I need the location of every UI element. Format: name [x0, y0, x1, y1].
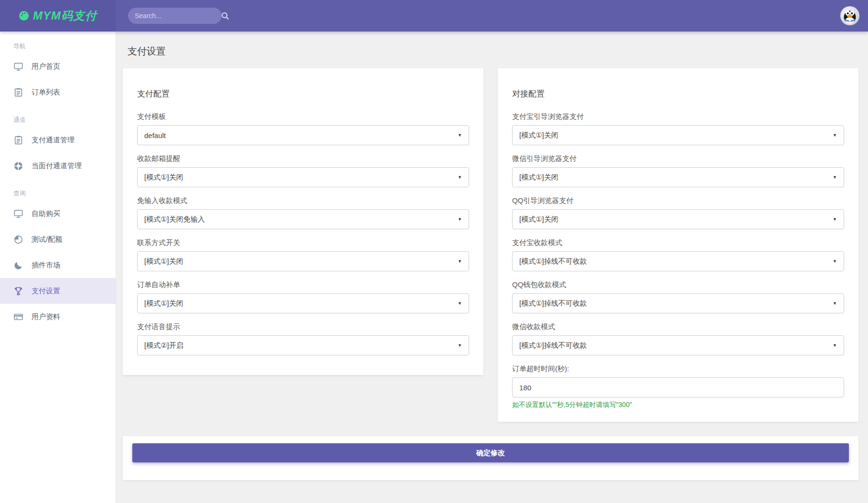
- sidebar-item-user-home[interactable]: 用户首页: [0, 54, 116, 79]
- select-value: [模式①]关闭: [519, 173, 833, 182]
- sidebar-item-label: 用户首页: [32, 62, 60, 71]
- sidebar-item-label: 订单列表: [32, 88, 60, 97]
- qq-browser-label: QQ引导浏览器支付: [512, 196, 844, 205]
- select-value: default: [144, 131, 458, 139]
- alipay-receive-select[interactable]: [模式①]掉线不可收款 ▼: [512, 251, 844, 271]
- select-value: [模式①]关闭: [519, 215, 833, 224]
- wechat-receive-label: 微信收款模式: [512, 322, 844, 332]
- select-value: [模式①]关闭: [144, 299, 458, 308]
- voice-prompt-label: 支付语音提示: [137, 322, 469, 332]
- sidebar-item-label: 支付设置: [32, 287, 60, 296]
- caret-down-icon: ▼: [833, 175, 837, 180]
- sidebar-item-user-profile[interactable]: 用户资料: [0, 304, 116, 330]
- sidebar-item-label: 当面付通道管理: [32, 161, 82, 171]
- qq-browser-select[interactable]: [模式①]关闭 ▼: [512, 209, 844, 229]
- sidebar-item-plugin-market[interactable]: 插件市场: [0, 252, 116, 278]
- search-input[interactable]: [135, 12, 221, 20]
- voice-prompt-select[interactable]: [模式②]开启 ▼: [137, 335, 469, 355]
- page-title: 支付设置: [128, 45, 858, 58]
- pie-chart-icon: [13, 235, 23, 245]
- select-value: [模式②]开启: [144, 341, 458, 350]
- crescent-moon-icon: [13, 260, 23, 270]
- brand-title: MYM码支付: [33, 8, 97, 23]
- alipay-browser-label: 支付宝引导浏览器支付: [512, 112, 844, 121]
- main-content: 支付设置 支付配置 支付模板 default ▼ 收款邮箱提醒 [模式①]关闭 …: [116, 32, 868, 503]
- sidebar-item-test-quota[interactable]: 测试/配额: [0, 226, 116, 252]
- no-input-mode-select[interactable]: [模式①]关闭免输入 ▼: [137, 209, 469, 229]
- caret-down-icon: ▼: [833, 133, 837, 138]
- caret-down-icon: ▼: [458, 175, 462, 180]
- select-value: [模式①]关闭: [144, 173, 458, 182]
- caret-down-icon: ▼: [833, 217, 837, 222]
- select-value: [模式①]掉线不可收款: [519, 299, 833, 308]
- contact-switch-label: 联系方式开关: [137, 238, 469, 247]
- payment-config-heading: 支付配置: [137, 88, 469, 99]
- clipboard-icon: [13, 87, 23, 97]
- qqwallet-receive-select[interactable]: [模式①]掉线不可收款 ▼: [512, 293, 844, 313]
- wechat-browser-select[interactable]: [模式①]关闭 ▼: [512, 167, 844, 187]
- caret-down-icon: ▼: [458, 301, 462, 306]
- top-header: MYM码支付: [0, 0, 868, 32]
- caret-down-icon: ▼: [458, 259, 462, 264]
- sidebar-item-self-buy[interactable]: 自助购买: [0, 201, 116, 226]
- monitor-icon: [13, 62, 23, 72]
- submit-card: 确定修改: [123, 436, 858, 480]
- contact-switch-select[interactable]: [模式①]关闭 ▼: [137, 251, 469, 271]
- sidebar-item-f2f-channel[interactable]: 当面付通道管理: [0, 153, 116, 179]
- auto-reorder-select[interactable]: [模式①]关闭 ▼: [137, 293, 469, 313]
- email-notify-label: 收款邮箱提醒: [137, 154, 469, 163]
- no-input-mode-label: 免输入收款模式: [137, 196, 469, 205]
- monitor-icon: [13, 209, 23, 219]
- wechat-receive-select[interactable]: [模式①]掉线不可收款 ▼: [512, 335, 844, 355]
- wechat-browser-label: 微信引导浏览器支付: [512, 154, 844, 163]
- nav-section-nav: 导航: [0, 32, 116, 54]
- sidebar-item-order-list[interactable]: 订单列表: [0, 79, 116, 105]
- qqwallet-receive-label: QQ钱包收款模式: [512, 280, 844, 289]
- select-value: [模式①]掉线不可收款: [519, 257, 833, 266]
- caret-down-icon: ▼: [458, 217, 462, 222]
- brand-ball-icon: [19, 11, 29, 21]
- timeout-label: 订单超时时间(秒):: [512, 364, 844, 374]
- timeout-input[interactable]: [512, 377, 844, 397]
- timeout-hint: 如不设置默认""秒,5分钟超时请填写"300": [512, 401, 844, 409]
- brand-logo[interactable]: MYM码支付: [0, 0, 116, 32]
- sidebar-item-label: 支付通道管理: [32, 136, 75, 145]
- sidebar-item-label: 插件市场: [32, 261, 60, 270]
- alipay-receive-label: 支付宝收款模式: [512, 238, 844, 247]
- sidebar-item-pay-settings[interactable]: 支付设置: [0, 278, 116, 304]
- caret-down-icon: ▼: [833, 259, 837, 264]
- caret-down-icon: ▼: [833, 301, 837, 306]
- alipay-browser-select[interactable]: [模式①]关闭 ▼: [512, 125, 844, 145]
- life-ring-icon: [13, 161, 23, 171]
- sidebar-item-label: 测试/配额: [32, 235, 62, 244]
- credit-card-icon: [13, 312, 23, 322]
- sidebar-item-label: 用户资料: [32, 312, 60, 321]
- nav-section-channel: 通道: [0, 105, 116, 127]
- connect-config-card: 对接配置 支付宝引导浏览器支付 [模式①]关闭 ▼ 微信引导浏览器支付 [模式①…: [498, 68, 858, 422]
- template-label: 支付模板: [137, 112, 469, 121]
- qq-penguin-icon: [840, 6, 859, 25]
- search-box[interactable]: [128, 8, 222, 24]
- search-icon[interactable]: [221, 12, 229, 20]
- caret-down-icon: ▼: [833, 343, 837, 348]
- confirm-modify-button[interactable]: 确定修改: [132, 443, 849, 462]
- template-select[interactable]: default ▼: [137, 125, 469, 145]
- nav-section-query: 查询: [0, 179, 116, 201]
- select-value: [模式①]关闭免输入: [144, 215, 458, 224]
- trophy-icon: [13, 286, 23, 296]
- auto-reorder-label: 订单自动补单: [137, 280, 469, 289]
- email-notify-select[interactable]: [模式①]关闭 ▼: [137, 167, 469, 187]
- select-value: [模式①]掉线不可收款: [519, 341, 833, 350]
- clipboard-icon: [13, 135, 23, 145]
- caret-down-icon: ▼: [458, 133, 462, 138]
- select-value: [模式①]关闭: [144, 257, 458, 266]
- connect-config-heading: 对接配置: [512, 88, 844, 99]
- user-avatar[interactable]: [840, 6, 859, 25]
- caret-down-icon: ▼: [458, 343, 462, 348]
- sidebar-item-pay-channel[interactable]: 支付通道管理: [0, 127, 116, 153]
- select-value: [模式①]关闭: [519, 131, 833, 140]
- payment-config-card: 支付配置 支付模板 default ▼ 收款邮箱提醒 [模式①]关闭 ▼ 免输入…: [123, 68, 483, 375]
- sidebar: 导航 用户首页 订单列表 通道 支付通道管理: [0, 32, 116, 503]
- sidebar-item-label: 自助购买: [32, 209, 60, 218]
